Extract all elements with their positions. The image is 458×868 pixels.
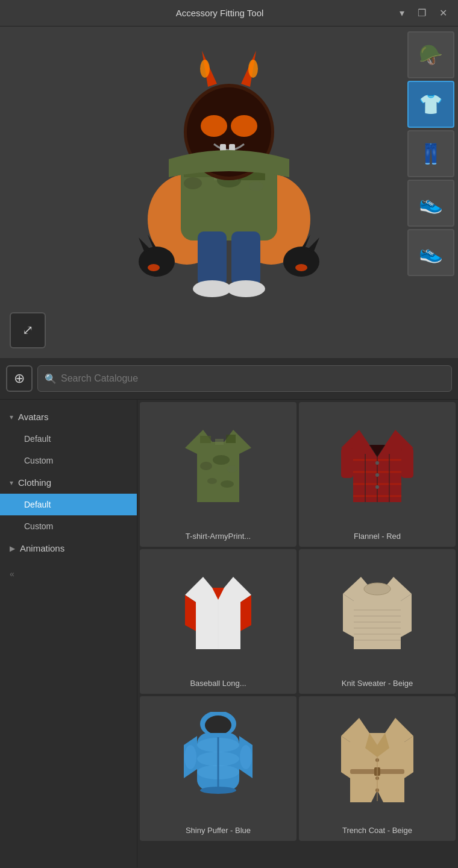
catalog-item-icon (338, 702, 416, 817)
slots-panel: 🪖 👕 👖 👟 👟 (404, 27, 458, 281)
titlebar: Accessory Fitting Tool ▾ ❐ ✕ (0, 0, 458, 27)
flannel-red-svg (338, 424, 416, 508)
catalog-item-flannel-red[interactable]: Flannel - Red (299, 402, 456, 547)
catalog-item-tshirt-camo[interactable]: T-shirt-ArmyPrint... (140, 402, 296, 547)
svg-point-8 (249, 181, 263, 191)
svg-point-46 (375, 461, 379, 465)
catalog-item-label: Trench Coat - Beige (305, 826, 450, 835)
sidebar-item-label: Custom (24, 456, 53, 465)
tshirt-camo-svg (179, 424, 257, 508)
search-icon: 🔍 (45, 373, 57, 385)
app-title: Accessory Fitting Tool (43, 8, 396, 18)
slot-2[interactable]: 👕 (407, 81, 454, 128)
svg-point-15 (200, 60, 210, 78)
close-button[interactable]: ✕ (436, 6, 451, 20)
slot-3[interactable]: 👖 (407, 130, 454, 177)
catalog-item-puffer-blue[interactable]: Shiny Puffer - Blue (140, 696, 296, 841)
search-input-wrap: 🔍 (37, 365, 452, 392)
svg-point-30 (295, 264, 307, 271)
avatar-svg (108, 45, 350, 340)
slot-4[interactable]: 👟 (407, 180, 454, 227)
minimize-button[interactable]: ▾ (396, 6, 408, 20)
catalog-item-label: Shiny Puffer - Blue (146, 826, 290, 835)
expand-button[interactable]: ⤢ (10, 312, 46, 348)
sidebar-section-avatars-label: Avatars (18, 412, 49, 422)
chevron-right-icon: ▶ (10, 544, 15, 553)
maximize-button[interactable]: ❐ (414, 6, 430, 20)
sidebar-section-animations-label: Animations (20, 543, 64, 553)
svg-rect-49 (341, 448, 353, 478)
add-button[interactable]: ⊕ (6, 365, 33, 392)
sidebar-item-label: Default (24, 500, 51, 509)
slot-5[interactable]: 👟 (407, 229, 454, 276)
svg-marker-24 (139, 237, 151, 253)
slot-1-icon: 🪖 (419, 45, 443, 64)
chevron-down-icon: ▾ (10, 413, 13, 421)
sidebar: ▾ Avatars Default Custom ▾ Clothing Defa… (0, 400, 137, 867)
knit-beige-svg (338, 571, 416, 655)
catalog-item-label: Flannel - Red (305, 532, 450, 541)
svg-point-68 (200, 787, 236, 794)
slot-2-icon: 👕 (419, 95, 443, 114)
catalog-item-icon (179, 702, 257, 817)
svg-rect-19 (198, 231, 227, 286)
preview-area: 🪖 👕 👖 👟 👟 ⤢ (0, 27, 458, 358)
svg-point-6 (184, 177, 202, 189)
svg-point-66 (184, 745, 196, 769)
slot-3-icon: 👖 (419, 144, 443, 163)
sidebar-section-animations[interactable]: ▶ Animations (0, 537, 137, 559)
main-content: ▾ Avatars Default Custom ▾ Clothing Defa… (0, 400, 458, 867)
svg-rect-20 (231, 231, 260, 286)
svg-point-29 (148, 264, 160, 271)
svg-marker-27 (307, 237, 319, 253)
search-input[interactable] (37, 365, 452, 392)
svg-rect-31 (200, 436, 211, 443)
sidebar-section-clothing-label: Clothing (18, 477, 51, 488)
search-area: ⊕ 🔍 (0, 358, 458, 400)
sidebar-section-clothing[interactable]: ▾ Clothing (0, 471, 137, 494)
sidebar-item-clothing-default[interactable]: Default (0, 494, 137, 515)
svg-point-12 (231, 115, 257, 137)
svg-point-36 (227, 465, 237, 473)
catalog-item-label: Knit Sweater - Beige (305, 679, 450, 688)
catalog-item-icon (179, 408, 257, 523)
collapse-sidebar-button[interactable]: « (0, 559, 137, 581)
svg-point-58 (364, 583, 391, 595)
svg-point-48 (375, 485, 379, 489)
catalog-item-trench-beige[interactable]: Trench Coat - Beige (299, 696, 456, 841)
slot-1[interactable]: 🪖 (407, 31, 454, 78)
svg-point-34 (200, 462, 212, 470)
catalog-item-baseball-long[interactable]: Baseball Long... (140, 549, 296, 694)
catalog-item-icon (179, 555, 257, 670)
svg-point-22 (227, 280, 265, 297)
sidebar-item-avatars-custom[interactable]: Custom (0, 450, 137, 471)
sidebar-item-clothing-custom[interactable]: Custom (0, 515, 137, 537)
svg-point-60 (205, 715, 231, 735)
svg-point-38 (221, 480, 234, 488)
svg-rect-33 (226, 435, 236, 443)
avatar-preview (0, 27, 458, 358)
svg-point-16 (248, 60, 258, 78)
catalog-item-icon (338, 408, 416, 523)
svg-point-47 (375, 473, 379, 477)
slot-5-icon: 👟 (419, 243, 443, 262)
catalog-item-knit-beige[interactable]: Knit Sweater - Beige (299, 549, 456, 694)
catalog-item-label: T-shirt-ArmyPrint... (146, 532, 290, 541)
collapse-icon: « (10, 569, 14, 579)
chevron-down-icon: ▾ (10, 479, 13, 487)
sidebar-item-label: Custom (24, 521, 53, 531)
svg-point-11 (201, 115, 227, 137)
puffer-blue-svg (179, 712, 257, 808)
catalog-item-icon (338, 555, 416, 670)
baseball-long-svg (179, 571, 257, 655)
sidebar-section-avatars[interactable]: ▾ Avatars (0, 406, 137, 428)
catalog-grid: T-shirt-ArmyPrint... (137, 400, 458, 867)
svg-point-37 (207, 478, 217, 484)
svg-point-35 (213, 455, 230, 465)
sidebar-item-label: Default (24, 434, 51, 444)
slot-4-icon: 👟 (419, 193, 443, 213)
sidebar-item-avatars-default[interactable]: Default (0, 428, 137, 450)
expand-icon: ⤢ (22, 322, 33, 338)
window-controls: ▾ ❐ ✕ (396, 6, 451, 20)
svg-rect-32 (215, 439, 224, 445)
